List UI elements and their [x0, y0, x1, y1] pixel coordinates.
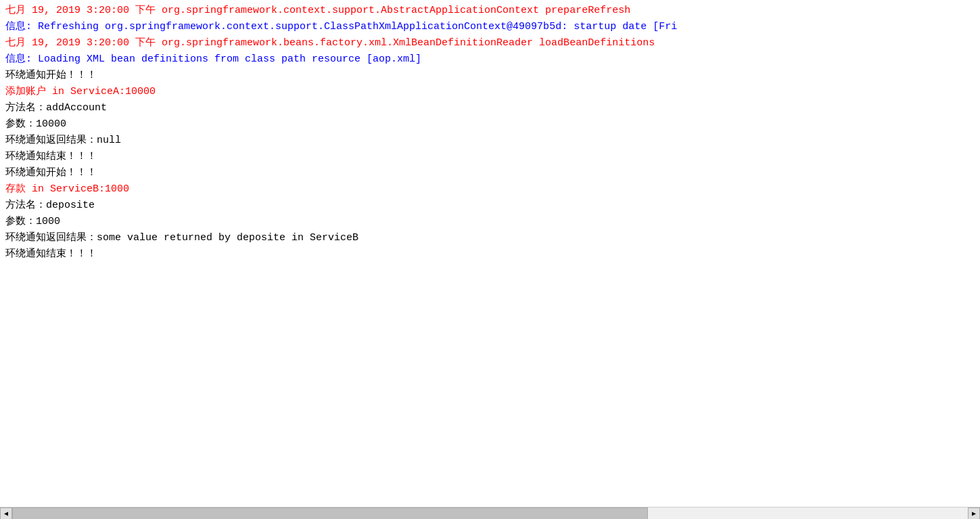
console-text: 环绕通知结束！！！	[5, 151, 97, 162]
console-line: 方法名：deposite	[5, 198, 975, 214]
console-text: 方法名：deposite	[5, 200, 95, 211]
console-text: 信息: Refreshing org.springframework.conte…	[5, 21, 677, 32]
scrollbar-track[interactable]	[12, 507, 968, 520]
console-line: 七月 19, 2019 3:20:00 下午 org.springframewo…	[5, 35, 975, 51]
horizontal-scrollbar[interactable]: ◀ ▶	[0, 507, 980, 519]
console-output: 七月 19, 2019 3:20:00 下午 org.springframewo…	[0, 0, 980, 519]
console-line: 环绕通知结束！！！	[5, 149, 975, 165]
console-line: 信息: Loading XML bean definitions from cl…	[5, 51, 975, 68]
console-line: 存款 in ServiceB:1000	[5, 181, 975, 198]
console-text: 环绕通知返回结果：null	[5, 135, 121, 146]
scroll-right-button[interactable]: ▶	[968, 507, 980, 520]
console-text: 七月 19, 2019 3:20:00 下午 org.springframewo…	[5, 37, 655, 49]
console-line: 环绕通知返回结果：null	[5, 133, 975, 149]
console-line: 环绕通知结束！！！	[5, 246, 975, 263]
console-line: 方法名：addAccount	[5, 100, 975, 116]
console-line: 环绕通知开始！！！	[5, 68, 975, 84]
console-text: 添加账户 in ServiceA:10000	[5, 86, 156, 97]
console-line: 环绕通知返回结果：some value returned by deposite…	[5, 230, 975, 246]
console-line: 参数：1000	[5, 214, 975, 230]
console-text: 存款 in ServiceB:1000	[5, 183, 129, 195]
console-text: 七月 19, 2019 3:20:00 下午 org.springframewo…	[5, 5, 630, 16]
console-text: 环绕通知结束！！！	[5, 248, 97, 260]
console-line: 环绕通知开始！！！	[5, 165, 975, 181]
console-text: 环绕通知开始！！！	[5, 167, 97, 179]
console-text: 方法名：addAccount	[5, 102, 107, 114]
console-line: 添加账户 in ServiceA:10000	[5, 84, 975, 100]
scroll-left-button[interactable]: ◀	[0, 507, 12, 520]
console-line: 信息: Refreshing org.springframework.conte…	[5, 19, 975, 35]
console-text: 环绕通知返回结果：some value returned by deposite…	[5, 232, 358, 244]
console-line: 七月 19, 2019 3:20:00 下午 org.springframewo…	[5, 3, 975, 19]
console-text: 环绕通知开始！！！	[5, 70, 97, 81]
console-text: 参数：10000	[5, 118, 66, 130]
scrollbar-thumb[interactable]	[12, 507, 648, 520]
console-text: 信息: Loading XML bean definitions from cl…	[5, 53, 421, 65]
console-line: 参数：10000	[5, 116, 975, 133]
console-text: 参数：1000	[5, 216, 60, 227]
